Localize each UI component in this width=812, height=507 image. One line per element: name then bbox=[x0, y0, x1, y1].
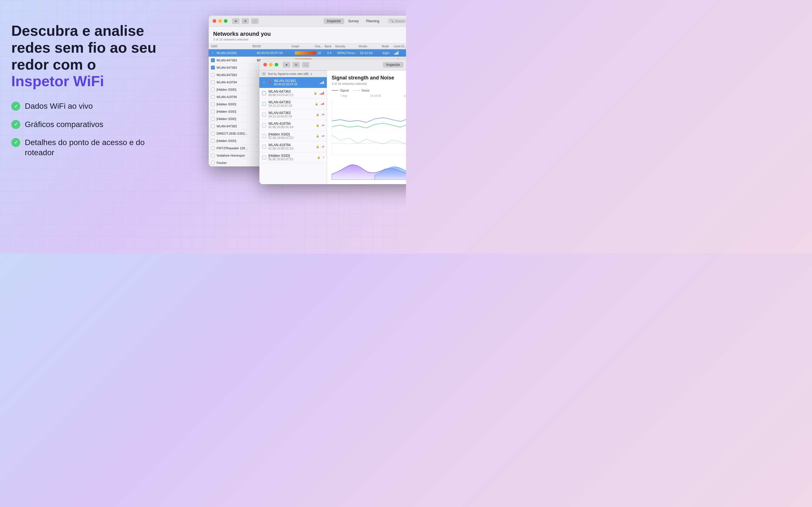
signal-network-row[interactable]: WLAN-419794 0C:8E:29:BD:0C:E0 🔒 bbox=[259, 142, 327, 152]
sn-bssid: 0E:8E:29:BD:0C:E3 bbox=[268, 158, 315, 161]
sort-bar: ≡ Sort by Signal-to-noise ratio (dB) ∨ bbox=[259, 70, 327, 77]
lock-icon: 🔒 bbox=[316, 145, 319, 148]
cell-vendor: 5E:62:5A bbox=[360, 51, 383, 55]
col-header-bssid: BSSID bbox=[252, 45, 291, 48]
row-checkbox[interactable] bbox=[211, 51, 215, 55]
cell-mode: b/g/n bbox=[383, 51, 394, 55]
lock-icon: 🔒 bbox=[316, 113, 319, 116]
row-checkbox[interactable] bbox=[211, 58, 215, 62]
cell-ssid: Fischer bbox=[216, 161, 262, 165]
sort-icon[interactable]: ≡ bbox=[262, 72, 266, 76]
close-button[interactable] bbox=[213, 19, 216, 23]
sn-info: WLAN-419794 0C:8E:29:BD:0C:E4 bbox=[268, 122, 314, 129]
row-checkbox[interactable] bbox=[211, 161, 215, 165]
stop-icon[interactable]: ■ bbox=[232, 18, 239, 24]
sn-checkbox[interactable] bbox=[262, 145, 266, 149]
lock-icon: 🔒 bbox=[317, 156, 320, 159]
secondary-minimize-button[interactable] bbox=[269, 63, 273, 66]
chart-legend: Signal Noise bbox=[332, 89, 406, 92]
cell-band: 2.4 bbox=[327, 51, 337, 55]
row-checkbox[interactable] bbox=[211, 66, 215, 69]
row-checkbox[interactable] bbox=[211, 139, 215, 143]
secondary-stop-icon[interactable]: ■ bbox=[283, 62, 290, 68]
row-checkbox[interactable] bbox=[211, 110, 215, 114]
panel-icon[interactable]: ⬚ bbox=[251, 18, 259, 24]
secondary-panel-icon[interactable]: ⬚ bbox=[302, 62, 309, 68]
sn-signal bbox=[322, 135, 324, 136]
time-label-3: 14:25:00 bbox=[403, 94, 406, 98]
search-field[interactable]: 🔍 Search bbox=[388, 18, 406, 23]
row-checkbox[interactable] bbox=[211, 124, 215, 128]
col-header-security: Security bbox=[335, 45, 358, 48]
secondary-maximize-button[interactable] bbox=[274, 63, 278, 66]
tab-planning[interactable]: Planning bbox=[363, 18, 383, 24]
bottom-chart bbox=[332, 157, 406, 180]
time-label-1: 7 Sep bbox=[340, 94, 347, 98]
sn-info: WLAN-647363 D4:21:22:66:6C:53 bbox=[268, 100, 313, 107]
sn-bssid: B0:45:02:05:FF:59 bbox=[274, 83, 317, 86]
tab-inspector[interactable]: Inspector bbox=[324, 18, 344, 24]
signal-chart-title: Signal strength and Noise bbox=[332, 75, 406, 81]
cell-ssid: WLAN-241991 bbox=[216, 51, 257, 55]
row-checkbox[interactable] bbox=[211, 95, 215, 99]
sn-info: WLAN-647363 D4:21:22:66:6C:55 bbox=[268, 111, 314, 118]
headline-line1: Descubra e analise bbox=[11, 22, 144, 39]
sn-name: WLAN-647363 bbox=[268, 90, 312, 94]
signal-network-row[interactable]: [Hidden SSID] 0C:8E:29:BD:0C:E3 🔒 bbox=[259, 131, 327, 142]
sort-chevron: ∨ bbox=[310, 72, 312, 75]
grid-icon[interactable]: ⊞ bbox=[242, 18, 249, 24]
sn-signal bbox=[321, 103, 324, 105]
row-checkbox[interactable] bbox=[211, 154, 215, 158]
signal-chart-subtitle: 3 of 16 networks selected bbox=[332, 82, 406, 86]
cell-ssid: [Hidden SSID] bbox=[216, 139, 262, 143]
sn-bssid: B8:BE:F4:F0:AC:C1 bbox=[268, 94, 312, 97]
sn-name: WLAN-419794 bbox=[268, 143, 314, 147]
cell-ssid: WLAN-647363 bbox=[216, 73, 257, 76]
signal-panel: ≡ Sort by Signal-to-noise ratio (dB) ∨ ✓… bbox=[259, 70, 406, 184]
secondary-close-button[interactable] bbox=[263, 63, 267, 66]
signal-network-row[interactable]: ✓ 📌 WLAN-241991 B0:45:02:05:FF:59 bbox=[259, 77, 327, 88]
signal-network-row[interactable]: WLAN-647363 B8:BE:F4:F0:AC:C1 🔒 bbox=[259, 88, 327, 99]
row-checkbox[interactable] bbox=[211, 131, 215, 135]
legend-signal-line bbox=[332, 90, 338, 91]
headline-line3: redor com o bbox=[11, 56, 96, 73]
titlebar-tabs: Inspector Survey Planning 🔍 Search bbox=[324, 18, 406, 24]
tab-survey[interactable]: Survey bbox=[345, 18, 362, 24]
sn-bssid: 0C:8E:29:BD:0C:E3 bbox=[268, 136, 314, 139]
sn-checkbox[interactable] bbox=[262, 134, 266, 138]
sn-checkbox[interactable] bbox=[262, 91, 266, 95]
row-checkbox[interactable] bbox=[211, 80, 215, 84]
signal-network-row[interactable]: WLAN-647363 D4:21:22:66:6C:53 🔒 bbox=[259, 99, 327, 109]
sn-checkbox[interactable] bbox=[262, 123, 266, 127]
headline-line2: redes sem fio ao seu bbox=[11, 40, 156, 56]
sn-signal bbox=[320, 81, 324, 84]
row-checkbox[interactable] bbox=[211, 117, 215, 121]
row-checkbox[interactable] bbox=[211, 102, 215, 106]
cell-ssid: [Hidden SSID] bbox=[216, 88, 262, 91]
chart-time-labels: 7 Sep 14:24:00 14:25:00 bbox=[332, 94, 406, 98]
signal-network-row[interactable]: [Hidden SSID] 0E:8E:29:BD:0C:E3 🔒 bbox=[259, 152, 327, 163]
secondary-titlebar-tabs: Inspector Survey Planni... bbox=[383, 62, 406, 68]
check-icon-1 bbox=[11, 102, 20, 111]
cell-ssid: DIRECT-293E-G302... bbox=[216, 132, 262, 135]
minimize-button[interactable] bbox=[218, 19, 222, 23]
cell-bssid: B0:45:02:05:FF:59 bbox=[257, 51, 295, 55]
col-header-level: Level (S... bbox=[394, 45, 406, 48]
row-checkbox[interactable] bbox=[211, 146, 215, 150]
secondary-tab-inspector[interactable]: Inspector bbox=[383, 62, 403, 68]
secondary-grid-icon[interactable]: ⊞ bbox=[292, 62, 300, 68]
secondary-tab-survey[interactable]: Survey bbox=[404, 62, 406, 68]
sn-checkbox[interactable] bbox=[262, 113, 266, 117]
maximize-button[interactable] bbox=[224, 19, 227, 23]
row-checkbox[interactable] bbox=[211, 73, 215, 77]
sn-signal bbox=[323, 157, 324, 158]
sn-checkbox[interactable] bbox=[262, 156, 266, 159]
row-checkbox[interactable] bbox=[211, 88, 215, 92]
lock-icon: 🔒 bbox=[316, 135, 319, 137]
table-row[interactable]: WLAN-241991 B0:45:02:05:FF:59 10 2.4 WPA… bbox=[209, 49, 406, 57]
sn-signal bbox=[320, 92, 324, 95]
signal-network-row[interactable]: WLAN-419794 0C:8E:29:BD:0C:E4 🔒 bbox=[259, 120, 327, 131]
signal-network-row[interactable]: WLAN-647363 D4:21:22:66:6C:55 🔒 bbox=[259, 109, 327, 120]
sn-checkbox[interactable] bbox=[262, 102, 266, 106]
sn-checkbox[interactable]: ✓ bbox=[262, 80, 266, 84]
